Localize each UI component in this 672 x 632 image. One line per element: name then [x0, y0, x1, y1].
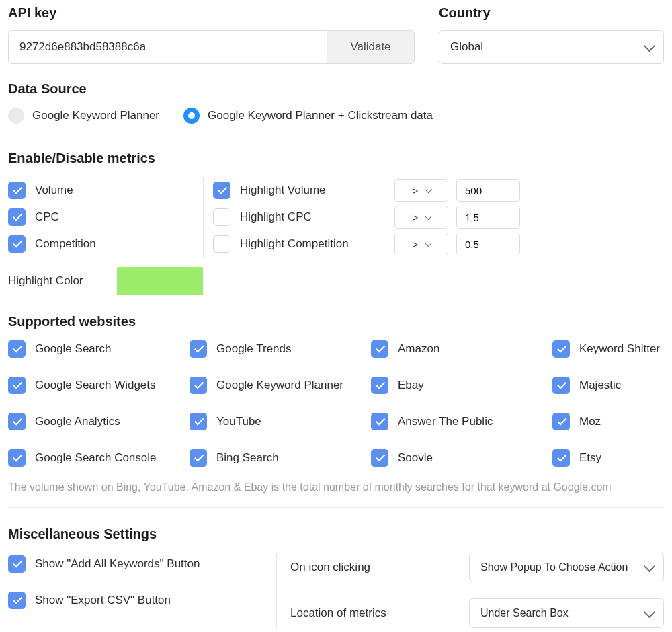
- site-checkbox[interactable]: [371, 377, 388, 394]
- site-checkbox[interactable]: [371, 340, 388, 358]
- site-label: Moz: [579, 415, 601, 428]
- site-item: Google Search: [8, 340, 190, 358]
- misc-location-label: Location of metrics: [290, 606, 386, 620]
- site-item: Answer The Public: [371, 413, 552, 430]
- site-checkbox[interactable]: [190, 449, 207, 467]
- site-checkbox[interactable]: [552, 413, 570, 430]
- site-checkbox[interactable]: [190, 413, 207, 430]
- country-select[interactable]: Global: [439, 30, 664, 64]
- site-label: Google Search Widgets: [35, 379, 156, 392]
- radio-on-icon: [183, 108, 200, 124]
- site-label: Google Search: [35, 342, 111, 356]
- sites-heading: Supported websites: [8, 314, 664, 329]
- site-checkbox[interactable]: [552, 449, 570, 467]
- highlight-cpc-op-value: >: [413, 212, 419, 223]
- misc-export-csv-checkbox[interactable]: [8, 592, 26, 609]
- chevron-down-icon: [425, 186, 432, 193]
- misc-add-all-checkbox[interactable]: [8, 555, 26, 573]
- site-label: Majestic: [579, 379, 621, 392]
- misc-location-select[interactable]: Under Search Box: [469, 598, 664, 628]
- site-label: Google Analytics: [35, 415, 120, 428]
- highlight-color-swatch[interactable]: [117, 267, 203, 295]
- radio-gkp[interactable]: Google Keyword Planner: [8, 108, 159, 124]
- chevron-down-icon: [644, 561, 655, 572]
- site-item: Soovle: [371, 449, 552, 467]
- highlight-cpc-op-select[interactable]: >: [394, 206, 448, 229]
- misc-location-value: Under Search Box: [480, 607, 569, 619]
- site-checkbox[interactable]: [190, 377, 207, 394]
- site-checkbox[interactable]: [371, 413, 388, 430]
- highlight-volume-op-value: >: [413, 185, 419, 196]
- site-item: Majestic: [552, 377, 664, 394]
- site-item: Google Search Console: [8, 449, 190, 467]
- site-label: Bing Search: [216, 451, 279, 465]
- site-item: Moz: [552, 413, 664, 430]
- site-item: YouTube: [190, 413, 371, 430]
- site-label: Google Keyword Planner: [216, 379, 343, 392]
- site-item: Bing Search: [190, 449, 371, 467]
- country-selected-value: Global: [450, 40, 483, 54]
- radio-gkp-clickstream-label: Google Keyword Planner + Clickstream dat…: [208, 109, 433, 122]
- radio-gkp-label: Google Keyword Planner: [32, 109, 159, 122]
- highlight-volume-value-input[interactable]: [456, 179, 520, 202]
- site-checkbox[interactable]: [8, 340, 26, 358]
- site-checkbox[interactable]: [8, 449, 26, 467]
- misc-icon-click-label: On icon clicking: [290, 561, 370, 574]
- site-checkbox[interactable]: [8, 377, 26, 394]
- metric-cpc-checkbox[interactable]: [8, 208, 26, 226]
- highlight-color-label: Highlight Color: [8, 274, 83, 288]
- highlight-competition-value-input[interactable]: [456, 233, 520, 255]
- site-label: Etsy: [579, 451, 601, 465]
- metric-competition-label: Competition: [35, 237, 96, 251]
- misc-add-all-label: Show "Add All Keywords" Button: [35, 557, 200, 571]
- highlight-competition-checkbox[interactable]: [213, 235, 230, 253]
- site-item: Google Trends: [190, 340, 371, 358]
- metric-volume-label: Volume: [35, 184, 73, 197]
- site-item: Keyword Shitter: [552, 340, 664, 358]
- metric-cpc-label: CPC: [35, 210, 59, 224]
- site-label: Amazon: [398, 342, 439, 356]
- metric-competition-checkbox[interactable]: [8, 235, 26, 253]
- site-label: Answer The Public: [398, 415, 493, 428]
- site-checkbox[interactable]: [8, 413, 26, 430]
- site-checkbox[interactable]: [552, 340, 570, 358]
- chevron-down-icon: [425, 239, 432, 247]
- site-item: Google Analytics: [8, 413, 190, 430]
- highlight-volume-op-select[interactable]: >: [394, 179, 448, 202]
- site-label: Keyword Shitter: [579, 342, 660, 356]
- site-label: Google Search Console: [35, 451, 157, 465]
- site-item: Etsy: [552, 449, 664, 467]
- site-item: Amazon: [371, 340, 552, 358]
- misc-export-csv-label: Show "Export CSV" Button: [35, 594, 171, 607]
- site-label: Ebay: [398, 379, 424, 392]
- misc-icon-click-value: Show Popup To Choose Action: [480, 561, 628, 574]
- highlight-competition-op-value: >: [413, 239, 419, 250]
- validate-button[interactable]: Validate: [327, 30, 415, 64]
- highlight-cpc-label: Highlight CPC: [240, 210, 312, 224]
- misc-icon-click-select[interactable]: Show Popup To Choose Action: [469, 553, 664, 582]
- metrics-heading: Enable/Disable metrics: [8, 151, 664, 166]
- highlight-competition-op-select[interactable]: >: [394, 233, 448, 255]
- site-label: YouTube: [216, 415, 261, 428]
- site-checkbox[interactable]: [190, 340, 207, 358]
- site-checkbox[interactable]: [371, 449, 388, 467]
- site-label: Google Trends: [216, 342, 292, 356]
- highlight-volume-checkbox[interactable]: [213, 182, 230, 199]
- chevron-down-icon: [644, 606, 655, 618]
- chevron-down-icon: [425, 212, 432, 220]
- site-item: Ebay: [371, 377, 552, 394]
- highlight-cpc-value-input[interactable]: [456, 206, 520, 229]
- highlight-competition-label: Highlight Competition: [240, 237, 349, 251]
- misc-heading: Miscellaneous Settings: [8, 526, 664, 542]
- highlight-cpc-checkbox[interactable]: [213, 208, 230, 226]
- site-item: Google Search Widgets: [8, 377, 190, 394]
- radio-off-icon: [8, 108, 24, 124]
- api-key-input[interactable]: [8, 30, 327, 64]
- api-key-label: API key: [8, 5, 415, 21]
- chevron-down-icon: [644, 40, 655, 52]
- site-checkbox[interactable]: [552, 377, 570, 394]
- metric-volume-checkbox[interactable]: [8, 182, 26, 199]
- site-item: Google Keyword Planner: [190, 377, 371, 394]
- site-label: Soovle: [398, 451, 433, 465]
- radio-gkp-clickstream[interactable]: Google Keyword Planner + Clickstream dat…: [183, 108, 433, 124]
